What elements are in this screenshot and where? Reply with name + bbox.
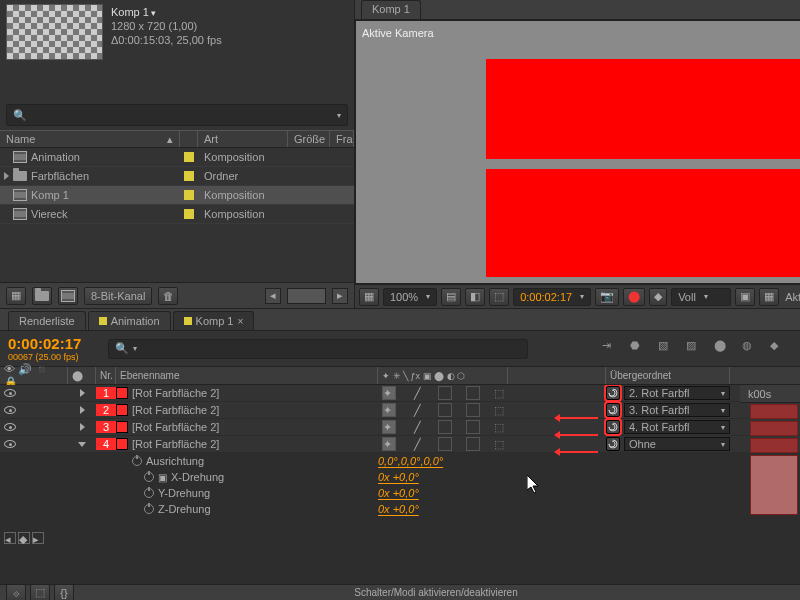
shy-switch[interactable]: ✦ — [382, 386, 396, 400]
visibility-toggle[interactable] — [4, 440, 16, 448]
motionblur-switch[interactable] — [466, 386, 480, 400]
visibility-toggle[interactable] — [4, 423, 16, 431]
project-item[interactable]: ViereckKomposition — [0, 205, 354, 224]
new-comp-button[interactable] — [58, 287, 78, 305]
layer-row[interactable]: 2[Rot Farbfläche 2]✦╱⬚3. Rot Farbfl — [0, 402, 800, 419]
project-search[interactable]: 🔍 ▾ — [6, 104, 348, 126]
tab-komp1[interactable]: Komp 1× — [173, 311, 255, 330]
transparent-bg-button[interactable]: ▣ — [735, 288, 755, 306]
col-name[interactable]: Name — [6, 133, 35, 145]
expand-icon[interactable] — [4, 172, 9, 180]
brackets-button[interactable]: {} — [54, 584, 74, 601]
motionblur-switch[interactable] — [466, 437, 480, 451]
layer-row[interactable]: 3[Rot Farbfläche 2]✦╱⬚4. Rot Farbfl — [0, 419, 800, 436]
scroll-left-button[interactable]: ◂ — [265, 288, 281, 304]
shy-switch[interactable]: ✦ — [382, 420, 396, 434]
roi-icon[interactable]: ⬚ — [489, 288, 509, 306]
composition-viewer[interactable]: Aktive Kamera — [355, 20, 800, 284]
shy-layers-icon[interactable]: ⇥ — [602, 339, 622, 359]
parent-dropdown[interactable]: Ohne — [624, 437, 730, 451]
interpret-footage-button[interactable]: ▦ — [6, 287, 26, 305]
project-item[interactable]: FarbflächenOrdner — [0, 167, 354, 186]
label-swatch[interactable] — [184, 171, 194, 181]
property-value[interactable]: 0x +0,0° — [378, 471, 419, 483]
current-time[interactable]: 0:00:02:17 — [8, 335, 92, 352]
scrollbar[interactable] — [287, 288, 326, 304]
parent-dropdown[interactable]: 2. Rot Farbfl — [624, 386, 730, 400]
layer-name[interactable]: [Rot Farbfläche 2] — [132, 438, 219, 450]
3d-switch[interactable]: ⬚ — [494, 438, 504, 451]
effects-switch[interactable]: ╱ — [410, 421, 424, 434]
scroll-right-button[interactable]: ▸ — [332, 288, 348, 304]
viewer-time[interactable]: 0:00:02:17 — [513, 288, 591, 306]
pickwhip-icon[interactable] — [606, 437, 620, 451]
project-item[interactable]: Komp 1Komposition — [0, 186, 354, 205]
guides-button[interactable]: ▦ — [759, 288, 779, 306]
timeline-search[interactable]: 🔍▾ — [108, 339, 528, 359]
composition-thumbnail[interactable] — [6, 4, 103, 60]
effects-switch[interactable]: ╱ — [410, 404, 424, 417]
pickwhip-icon[interactable] — [606, 386, 620, 400]
stopwatch-icon[interactable] — [132, 456, 142, 466]
col-type[interactable]: Art — [198, 131, 288, 147]
motion-blur-icon[interactable]: ▨ — [686, 339, 706, 359]
layer-name[interactable]: [Rot Farbfläche 2] — [132, 421, 219, 433]
shy-switch[interactable]: ✦ — [382, 437, 396, 451]
property-row[interactable]: Y-Drehung0x +0,0° — [0, 485, 800, 501]
col-size[interactable]: Größe — [288, 131, 330, 147]
bit-depth-selector[interactable]: 8-Bit-Kanal — [84, 287, 152, 305]
channel-button[interactable]: ⬤ — [623, 288, 645, 306]
tab-renderlist[interactable]: Renderliste — [8, 311, 86, 330]
expand-button[interactable]: ⬚ — [30, 584, 50, 601]
property-value[interactable]: 0,0°,0,0°,0,0° — [378, 455, 443, 467]
property-value[interactable]: 0x +0,0° — [378, 503, 419, 515]
layer-row[interactable]: 1[Rot Farbfläche 2]✦╱⬚2. Rot Farbfl — [0, 385, 800, 402]
3d-switch[interactable]: ⬚ — [494, 421, 504, 434]
project-search-input[interactable] — [31, 109, 337, 121]
label-swatch[interactable] — [184, 190, 194, 200]
color-mgmt-button[interactable]: ◆ — [649, 288, 667, 306]
trash-button[interactable]: 🗑 — [158, 287, 178, 305]
dropdown-icon[interactable]: ▾ — [337, 111, 341, 120]
tab-animation[interactable]: Animation — [88, 311, 171, 330]
project-item[interactable]: AnimationKomposition — [0, 148, 354, 167]
col-swatch[interactable] — [180, 131, 198, 147]
col-fps[interactable]: Fra — [330, 131, 354, 147]
keyframe-nav[interactable]: ◂◆▸ — [4, 532, 44, 544]
quality-switch[interactable] — [438, 403, 452, 417]
resolution-icon[interactable]: ▤ — [441, 288, 461, 306]
effects-switch[interactable]: ╱ — [410, 438, 424, 451]
property-row[interactable]: ▣X-Drehung0x +0,0° — [0, 469, 800, 485]
viewer-tab[interactable]: Komp 1 — [361, 0, 421, 19]
effects-switch[interactable]: ╱ — [410, 387, 424, 400]
parent-dropdown[interactable]: 3. Rot Farbfl — [624, 403, 730, 417]
grid-icon[interactable]: ▦ — [359, 288, 379, 306]
composition-name[interactable]: Komp 1 — [111, 6, 222, 18]
brainstorm-icon[interactable]: ⬤ — [714, 339, 734, 359]
property-row[interactable]: Z-Drehung0x +0,0° — [0, 501, 800, 517]
stopwatch-icon[interactable] — [144, 488, 154, 498]
expression-icon[interactable]: ▣ — [158, 472, 167, 483]
stopwatch-icon[interactable] — [144, 504, 154, 514]
visibility-toggle[interactable] — [4, 389, 16, 397]
layer-row[interactable]: 4[Rot Farbfläche 2]✦╱⬚Ohne — [0, 436, 800, 453]
pickwhip-icon[interactable] — [606, 403, 620, 417]
col-parent[interactable]: Übergeordnet — [606, 367, 730, 384]
shy-switch[interactable]: ✦ — [382, 403, 396, 417]
twirl-icon[interactable] — [80, 389, 85, 397]
property-row[interactable]: Ausrichtung0,0°,0,0°,0,0° — [0, 453, 800, 469]
twirl-icon[interactable] — [78, 442, 86, 447]
layer-color-swatch[interactable] — [116, 438, 128, 450]
twirl-icon[interactable] — [80, 406, 85, 414]
quality-switch[interactable] — [438, 420, 452, 434]
3d-switch[interactable]: ⬚ — [494, 387, 504, 400]
layer-color-swatch[interactable] — [116, 404, 128, 416]
motionblur-switch[interactable] — [466, 403, 480, 417]
new-folder-button[interactable] — [32, 287, 52, 305]
quality-switch[interactable] — [438, 386, 452, 400]
visibility-toggle[interactable] — [4, 406, 16, 414]
twirl-icon[interactable] — [80, 423, 85, 431]
snapshot-button[interactable]: 📷 — [595, 288, 619, 306]
parent-dropdown[interactable]: 4. Rot Farbfl — [624, 420, 730, 434]
motionblur-switch[interactable] — [466, 420, 480, 434]
